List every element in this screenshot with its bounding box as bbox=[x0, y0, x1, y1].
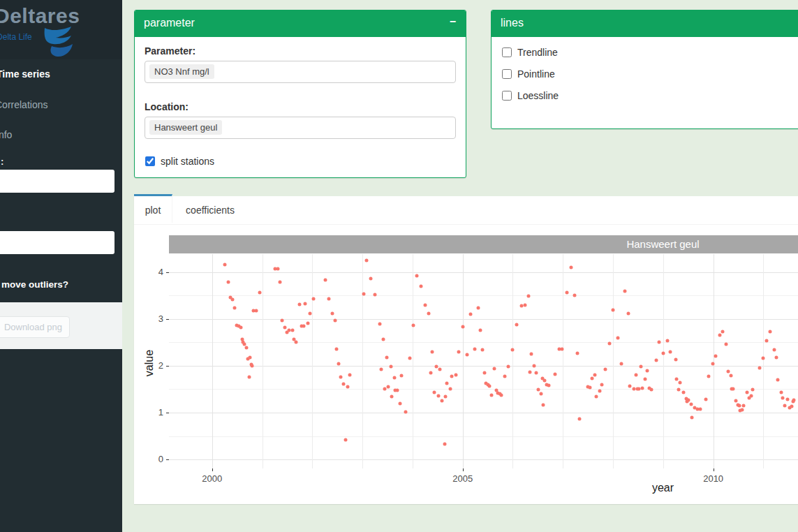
data-point bbox=[528, 371, 531, 374]
year-to-input[interactable]: 2018 bbox=[0, 231, 114, 254]
sidebar-item-time-series[interactable]: Time series bbox=[0, 64, 122, 85]
data-point bbox=[450, 374, 453, 378]
data-point bbox=[668, 350, 672, 354]
gridline-major-v bbox=[714, 254, 714, 468]
data-point bbox=[566, 291, 569, 295]
data-point bbox=[779, 390, 783, 394]
data-point bbox=[616, 336, 620, 339]
data-point bbox=[461, 325, 465, 329]
data-point bbox=[327, 297, 331, 300]
y-tick-label: 0 bbox=[141, 454, 163, 464]
parameter-box-header: parameter − bbox=[135, 10, 466, 37]
data-point bbox=[499, 393, 503, 397]
data-point bbox=[526, 295, 530, 298]
parameter-box: parameter − Parameter: NO3 Nnf mg/l Loca… bbox=[134, 10, 466, 178]
data-point bbox=[674, 377, 678, 380]
data-point bbox=[433, 390, 436, 394]
data-point bbox=[570, 266, 573, 269]
loessline-checkbox[interactable] bbox=[502, 91, 512, 101]
data-point bbox=[278, 280, 281, 283]
data-point bbox=[626, 312, 630, 316]
data-point bbox=[341, 383, 345, 386]
data-point bbox=[620, 362, 623, 365]
gridline-major-v bbox=[463, 254, 464, 468]
data-point bbox=[776, 378, 780, 382]
data-point bbox=[593, 374, 596, 377]
data-point bbox=[438, 367, 442, 371]
data-point bbox=[415, 274, 418, 277]
data-point bbox=[790, 405, 793, 408]
gridline-major-h bbox=[169, 459, 798, 460]
facet-strip-title: Hansweert geul bbox=[626, 238, 699, 250]
data-point bbox=[290, 329, 294, 332]
pointline-checkbox[interactable] bbox=[502, 69, 512, 79]
data-point bbox=[369, 276, 373, 280]
data-point bbox=[553, 372, 556, 376]
data-point bbox=[679, 381, 682, 385]
data-point bbox=[758, 367, 761, 370]
data-point bbox=[302, 324, 306, 327]
data-point bbox=[247, 376, 251, 379]
split-stations-checkbox[interactable] bbox=[145, 156, 155, 166]
data-point bbox=[547, 384, 551, 387]
data-point bbox=[436, 394, 440, 397]
location-select-input[interactable]: Hansweert geul bbox=[145, 117, 456, 139]
x-axis-title: year bbox=[635, 482, 691, 494]
gridline-major-h bbox=[169, 366, 798, 367]
year-from-input[interactable]: 2000 bbox=[0, 170, 114, 193]
data-point bbox=[682, 391, 686, 394]
tab-plot-label: plot bbox=[145, 205, 161, 216]
sidebar: Deltares Enabling Delta Life Time series… bbox=[0, 0, 122, 532]
data-point bbox=[423, 303, 427, 306]
y-tick-mark bbox=[166, 459, 169, 460]
data-point bbox=[231, 298, 235, 302]
download-png-button[interactable]: Download png bbox=[0, 316, 70, 338]
data-point bbox=[396, 388, 399, 392]
y-tick-label: 1 bbox=[141, 407, 163, 418]
y-tick-mark bbox=[166, 366, 169, 367]
x-tick-label: 2005 bbox=[442, 473, 484, 484]
y-tick-label: 3 bbox=[141, 313, 163, 324]
gridline-major-h bbox=[169, 413, 798, 413]
data-point bbox=[337, 362, 340, 365]
data-point bbox=[539, 392, 542, 396]
data-point bbox=[661, 351, 665, 355]
tab-plot[interactable]: plot bbox=[134, 194, 172, 223]
trendline-checkbox[interactable] bbox=[502, 47, 512, 57]
data-point bbox=[714, 355, 718, 358]
data-point bbox=[677, 388, 681, 392]
data-point bbox=[541, 403, 545, 406]
x-tick-label: 2010 bbox=[693, 473, 734, 484]
remove-outliers-label: move outliers? bbox=[1, 279, 68, 290]
data-point bbox=[476, 306, 480, 309]
data-point bbox=[334, 319, 337, 323]
split-stations-label: split stations bbox=[161, 156, 214, 167]
gridline-minor-h bbox=[169, 436, 798, 437]
collapse-minus-icon[interactable]: − bbox=[450, 15, 456, 28]
parameter-select-input[interactable]: NO3 Nnf mg/l bbox=[145, 61, 456, 83]
data-point bbox=[742, 404, 746, 407]
data-point bbox=[543, 379, 547, 383]
data-point bbox=[312, 297, 316, 300]
data-point bbox=[792, 398, 796, 401]
data-point bbox=[781, 397, 785, 400]
sidebar-item-correlations[interactable]: Correlations bbox=[0, 95, 122, 116]
data-point bbox=[306, 322, 309, 325]
tab-coefficients[interactable]: coefficients bbox=[172, 196, 248, 225]
sidebar-item-info[interactable]: Info bbox=[0, 125, 122, 146]
data-point bbox=[254, 309, 258, 313]
data-point bbox=[478, 329, 482, 332]
data-point bbox=[309, 311, 312, 315]
y-tick-label: 4 bbox=[141, 267, 163, 277]
facet-strip: Hansweert geul bbox=[169, 235, 798, 253]
data-point bbox=[429, 371, 432, 374]
gridline-minor-v bbox=[312, 254, 313, 468]
gridline-minor-v bbox=[563, 254, 563, 468]
tab-panel: plot coefficients Hansweert geul 0123420… bbox=[134, 196, 798, 504]
parameter-field-label: Parameter: bbox=[145, 45, 456, 57]
data-point bbox=[704, 397, 707, 401]
x-tick-mark bbox=[463, 468, 464, 471]
data-point bbox=[487, 385, 491, 388]
data-point bbox=[430, 350, 434, 353]
main-content: parameter − Parameter: NO3 Nnf mg/l Loca… bbox=[122, 0, 798, 532]
